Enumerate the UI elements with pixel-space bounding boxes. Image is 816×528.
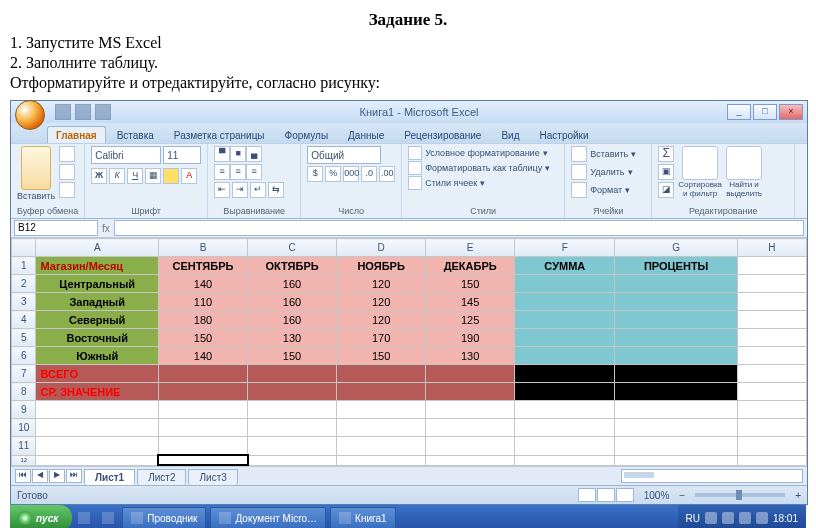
find-select-button[interactable] [726, 146, 762, 180]
cell-C3[interactable]: 160 [248, 293, 337, 311]
close-button[interactable]: × [779, 104, 803, 120]
font-name-combo[interactable]: Calibri [91, 146, 161, 164]
cell-H2[interactable] [737, 275, 806, 293]
align-right-icon[interactable]: ≡ [246, 164, 262, 180]
cell-B4[interactable]: 180 [158, 311, 247, 329]
horizontal-scrollbar[interactable] [621, 469, 803, 483]
cell-C1[interactable]: ОКТЯБРЬ [248, 257, 337, 275]
underline-button[interactable]: Ч [127, 168, 143, 184]
cell-D1[interactable]: НОЯБРЬ [337, 257, 426, 275]
clear-button[interactable]: ◪ [658, 182, 674, 198]
name-box[interactable]: B12 [14, 220, 98, 236]
cell-A1[interactable]: Магазин/Месяц [36, 257, 158, 275]
row-header[interactable]: 3 [12, 293, 36, 311]
cell-A10[interactable] [36, 419, 158, 437]
tray-icon[interactable] [739, 512, 751, 524]
col-header-E[interactable]: E [426, 239, 515, 257]
row-header[interactable]: 8 [12, 383, 36, 401]
cell-F11[interactable] [515, 437, 615, 456]
taskbar-item-word[interactable]: Документ Micro… [210, 507, 326, 528]
col-header-D[interactable]: D [337, 239, 426, 257]
cell-H1[interactable] [737, 257, 806, 275]
copy-icon[interactable] [59, 164, 75, 180]
zoom-in-icon[interactable]: + [795, 490, 801, 501]
font-size-combo[interactable]: 11 [163, 146, 201, 164]
sheet-tab-1[interactable]: Лист1 [84, 469, 135, 485]
cell-H4[interactable] [737, 311, 806, 329]
cell-C9[interactable] [248, 401, 337, 419]
cell-B10[interactable] [158, 419, 247, 437]
format-as-table-button[interactable]: Форматировать как таблицу ▾ [408, 161, 550, 175]
tab-insert[interactable]: Вставка [108, 126, 163, 143]
autosum-button[interactable]: Σ [658, 146, 674, 162]
zoom-slider[interactable] [695, 493, 785, 497]
cell-C11[interactable] [248, 437, 337, 456]
col-header-F[interactable]: F [515, 239, 615, 257]
view-page-layout-icon[interactable] [597, 488, 615, 502]
format-painter-icon[interactable] [59, 182, 75, 198]
cell-B3[interactable]: 110 [158, 293, 247, 311]
quick-launch-2[interactable] [98, 508, 118, 528]
cell-F12[interactable] [515, 455, 615, 465]
cell-B1[interactable]: СЕНТЯБРЬ [158, 257, 247, 275]
tab-formulas[interactable]: Формулы [276, 126, 338, 143]
conditional-formatting-button[interactable]: Условное форматирование ▾ [408, 146, 550, 160]
cell-G4[interactable] [615, 311, 737, 329]
cell-H10[interactable] [737, 419, 806, 437]
cell-C6[interactable]: 150 [248, 347, 337, 365]
tab-data[interactable]: Данные [339, 126, 393, 143]
format-cells-button[interactable]: Формат ▾ [571, 182, 630, 198]
cell-G6[interactable] [615, 347, 737, 365]
cell-A2[interactable]: Центральный [36, 275, 158, 293]
sheet-nav-prev-icon[interactable]: ◀ [32, 469, 48, 483]
align-middle-icon[interactable]: ■ [230, 146, 246, 162]
clock[interactable]: 18:01 [773, 513, 798, 524]
cell-E10[interactable] [426, 419, 515, 437]
cell-D9[interactable] [337, 401, 426, 419]
taskbar-item-excel[interactable]: Книга1 [330, 507, 395, 528]
cell-A5[interactable]: Восточный [36, 329, 158, 347]
zoom-out-icon[interactable]: − [679, 490, 685, 501]
office-button[interactable] [15, 100, 45, 130]
cell-H6[interactable] [737, 347, 806, 365]
cell-E12[interactable] [426, 455, 515, 465]
increase-indent-icon[interactable]: ⇥ [232, 182, 248, 198]
row-header[interactable]: 6 [12, 347, 36, 365]
sheet-nav-next-icon[interactable]: ▶ [49, 469, 65, 483]
dec-decimal-icon[interactable]: .00 [379, 166, 395, 182]
align-left-icon[interactable]: ≡ [214, 164, 230, 180]
comma-icon[interactable]: 000 [343, 166, 359, 182]
cell-D2[interactable]: 120 [337, 275, 426, 293]
cell-G10[interactable] [615, 419, 737, 437]
row-header[interactable]: 9 [12, 401, 36, 419]
cell-E3[interactable]: 145 [426, 293, 515, 311]
tab-review[interactable]: Рецензирование [395, 126, 490, 143]
cell-D3[interactable]: 120 [337, 293, 426, 311]
cell-B6[interactable]: 140 [158, 347, 247, 365]
cell-B7[interactable] [158, 365, 247, 383]
cell-D12[interactable] [337, 455, 426, 465]
cell-F6[interactable] [515, 347, 615, 365]
cell-F9[interactable] [515, 401, 615, 419]
tab-addins[interactable]: Настройки [531, 126, 598, 143]
cell-D11[interactable] [337, 437, 426, 456]
minimize-button[interactable]: _ [727, 104, 751, 120]
view-normal-icon[interactable] [578, 488, 596, 502]
sort-filter-button[interactable] [682, 146, 718, 180]
cell-E7[interactable] [426, 365, 515, 383]
percent-icon[interactable]: % [325, 166, 341, 182]
tab-view[interactable]: Вид [492, 126, 528, 143]
sheet-tab-2[interactable]: Лист2 [137, 469, 186, 485]
col-header-A[interactable]: A [36, 239, 158, 257]
save-icon[interactable] [55, 104, 71, 120]
delete-cells-button[interactable]: Удалить ▾ [571, 164, 632, 180]
cell-G7[interactable] [615, 365, 737, 383]
cell-B12[interactable] [158, 455, 247, 465]
cell-H7[interactable] [737, 365, 806, 383]
cell-G2[interactable] [615, 275, 737, 293]
cell-B5[interactable]: 150 [158, 329, 247, 347]
cell-H12[interactable] [737, 455, 806, 465]
start-button[interactable]: пуск [10, 505, 72, 528]
cell-A8[interactable]: СР. ЗНАЧЕНИЕ [36, 383, 158, 401]
row-header[interactable]: 4 [12, 311, 36, 329]
